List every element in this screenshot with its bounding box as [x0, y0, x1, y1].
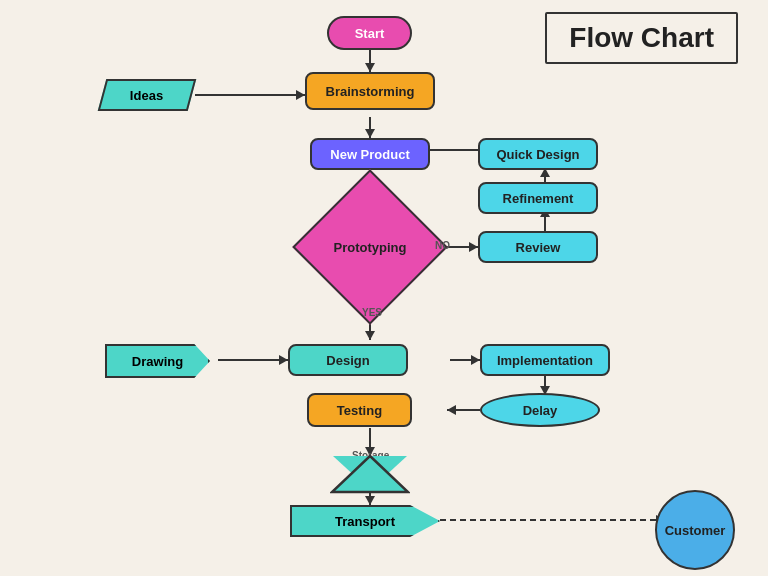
chart-title: Flow Chart	[545, 12, 738, 64]
new-product-node: New Product	[310, 138, 430, 170]
testing-node: Testing	[307, 393, 412, 427]
svg-marker-15	[365, 331, 375, 340]
implementation-node: Implementation	[480, 344, 610, 376]
yes-label: YES	[362, 307, 382, 318]
brainstorming-node: Brainstorming	[305, 72, 435, 110]
transport-node: Transport	[290, 505, 440, 537]
start-node: Start	[327, 16, 412, 50]
title-text: Flow Chart	[569, 22, 714, 53]
svg-marker-23	[447, 405, 456, 415]
design-node: Design	[288, 344, 408, 376]
delay-node: Delay	[480, 393, 600, 427]
refinement-node: Refinement	[478, 182, 598, 214]
drawing-node: Drawing	[105, 344, 210, 378]
quick-design-node: Quick Design	[478, 138, 598, 170]
customer-node: Customer	[655, 490, 735, 570]
svg-marker-5	[365, 129, 375, 138]
ideas-node: Ideas	[98, 79, 197, 111]
prototyping-node: Prototyping	[315, 192, 425, 302]
no-label: NO	[435, 240, 450, 251]
svg-marker-30	[332, 456, 408, 492]
svg-marker-1	[365, 63, 375, 72]
svg-marker-17	[279, 355, 288, 365]
svg-marker-27	[365, 496, 375, 505]
svg-marker-9	[469, 242, 478, 252]
svg-marker-3	[296, 90, 305, 100]
svg-marker-19	[471, 355, 480, 365]
review-node: Review	[478, 231, 598, 263]
